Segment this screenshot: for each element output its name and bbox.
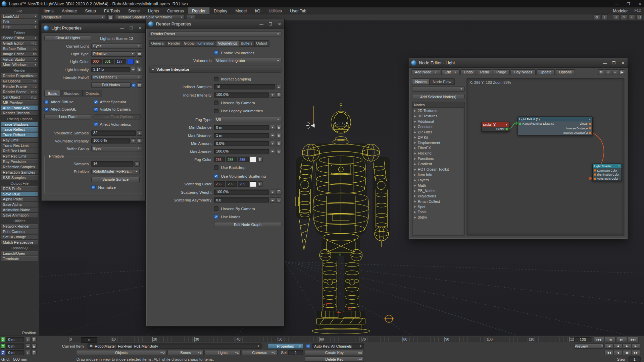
restore-button[interactable]: ❐ [268, 21, 273, 26]
zoom-icon[interactable]: ⌕ [612, 69, 618, 75]
wrench-icon[interactable]: ⚙ [598, 69, 604, 75]
gear-icon[interactable]: ⚙ [594, 14, 600, 20]
envelope-button[interactable]: E [276, 133, 281, 138]
envelope-button[interactable]: E [31, 337, 37, 342]
indirect-samples-field[interactable]: 16 [214, 84, 275, 89]
envelope-button[interactable]: E [31, 350, 37, 355]
rotate-view-icon[interactable]: ⟳ [621, 14, 627, 20]
checkbox-use-nodes[interactable]: ✓ [214, 214, 218, 219]
color-value-blue[interactable]: 127 [115, 59, 126, 64]
checkbox-affect-opengl[interactable]: ✓ [44, 107, 49, 111]
app-restore-button[interactable]: ❐ [623, 0, 634, 7]
input-socket[interactable] [519, 123, 521, 125]
intensity-falloff-dropdown[interactable]: Inv Distance^2▼ [91, 74, 142, 80]
zoom-view-icon[interactable]: ⌕ [629, 14, 635, 20]
light-type-dropdown[interactable]: Primitive▼ [91, 51, 136, 56]
node-category-rman-collect[interactable]: ▶Rman Collect [412, 198, 464, 204]
node-category-dp-kit[interactable]: ▶DP Kit [412, 134, 464, 140]
mini-slider[interactable]: ◂▸ [137, 130, 142, 136]
close-button[interactable]: ✕ [138, 25, 143, 30]
input-socket[interactable] [594, 177, 596, 179]
node-category-flocking[interactable]: ▶Flocking [412, 150, 464, 156]
node-category-hot-ocean-toolkit[interactable]: ▶HOT Ocean Toolkit [412, 167, 464, 172]
color-value-green[interactable]: 031 [103, 59, 114, 64]
collapse-panel-icon[interactable]: ▶ [619, 69, 625, 75]
checkbox-affect-diffuse[interactable]: ✓ [44, 100, 49, 104]
view-type-dropdown[interactable]: Perspective ▼ [40, 15, 106, 20]
transport-button-0[interactable]: |◀◀ [593, 337, 604, 342]
node-category-displacement[interactable]: ▶Displacement [412, 140, 464, 145]
render-tab-general[interactable]: General [149, 40, 166, 47]
node-category-2d-textures[interactable]: ▶2D Textures [412, 108, 464, 113]
output-socket[interactable] [589, 132, 591, 134]
sidebar-item-surface-editor[interactable]: Surface EditorF5 [1, 46, 38, 51]
menu-cameras[interactable]: Cameras [163, 7, 188, 14]
lights-mode-button[interactable]: Lights+L [205, 350, 241, 355]
transport-button-0[interactable]: |◀ [605, 343, 613, 349]
position-x-field[interactable]: 0 m [6, 337, 24, 342]
update-button[interactable]: Update [536, 69, 555, 75]
restore-button[interactable]: ❐ [611, 61, 616, 65]
section-header-volume-integrator[interactable]: ⌄Volume Integrator [149, 66, 281, 73]
sidebar-item-render-scene[interactable]: Render SceneF10 [1, 89, 38, 95]
current-item-dropdown[interactable]: ▦ RobotMaster_ForRyan_F01:MainBody ▼ [88, 343, 262, 349]
node-category-fiberfx[interactable]: ▶FiberFX [412, 145, 464, 150]
transport-button-3[interactable]: ▶▶| [628, 337, 639, 342]
color-value-green[interactable]: 255 [226, 181, 237, 187]
modeler-button[interactable]: Modeler [613, 8, 628, 13]
mini-slider[interactable]: ◂▸ [134, 161, 140, 166]
edit-nodes-button[interactable]: Edit Nodes [91, 82, 131, 87]
mini-slider[interactable]: ◂▸ [25, 350, 31, 355]
node-light-shader[interactable]: Light Shader ▼ Luminaire Color Illuminat… [592, 164, 622, 181]
envelope-button[interactable]: E [276, 149, 281, 154]
sidebar-item-ray-precision[interactable]: Ray Precision [1, 159, 38, 164]
transport-button-0[interactable]: ◀◀ [605, 350, 613, 355]
viewport-layout-icon[interactable]: ▦ [107, 14, 114, 20]
sidebar-item-save-alpha[interactable]: Save Alpha [1, 202, 38, 207]
menu-display[interactable]: Display [210, 7, 232, 14]
transport-button-3[interactable]: ▶▶ [632, 350, 640, 355]
menu-scene[interactable]: Scene [124, 7, 144, 14]
fog-type-dropdown[interactable]: Off▼ [214, 117, 282, 122]
node-category-gradient[interactable]: ▶Gradient [412, 161, 464, 167]
close-button[interactable]: ✕ [620, 61, 626, 65]
mini-slider[interactable]: ◂▸ [131, 138, 136, 143]
light-tab-objects[interactable]: Objects [82, 90, 102, 97]
clipboard-icon[interactable]: ▤ [137, 51, 142, 56]
pan-view-icon[interactable]: ✛ [613, 14, 620, 20]
options-button[interactable]: Options [556, 69, 575, 75]
color-value-red[interactable]: 000 [91, 59, 102, 64]
mini-slider[interactable]: ◂▸ [270, 197, 275, 203]
sidebar-item-graph-editor[interactable]: Graph Editor^F2 [1, 41, 38, 46]
sidebar-item-alpha-prefix[interactable]: Alpha Prefix [1, 197, 38, 202]
envelope-button[interactable]: E [137, 67, 142, 72]
color-value-red[interactable]: 255 [214, 181, 225, 187]
transport-button-1[interactable]: ◀ [614, 350, 623, 355]
menu-render[interactable]: Render [188, 7, 210, 14]
mini-slider[interactable]: ◂▸ [270, 125, 275, 130]
color-swatch[interactable] [127, 59, 134, 64]
light-properties-titlebar[interactable]: Light Properties — ❐ ✕ [42, 23, 145, 33]
menu-utilities[interactable]: Utilities [264, 7, 286, 14]
mini-slider[interactable]: ◂▸ [25, 337, 31, 342]
sidebar-item-load-add[interactable]: Load/Add▼ [1, 14, 38, 19]
checkbox[interactable]: ✓ [132, 83, 136, 87]
envelope-button[interactable]: E [276, 125, 281, 130]
color-swatch[interactable] [250, 157, 257, 162]
node-category-additional[interactable]: ▶Additional [412, 119, 464, 124]
sidebar-item-virtual-studio[interactable]: Virtual Studio▼ [1, 57, 38, 62]
end-frame-field[interactable]: 120 [574, 337, 591, 342]
menu-animate[interactable]: Animate [58, 7, 81, 14]
max-distance-field[interactable]: 1 m [214, 133, 269, 138]
scattering-asymmetry-field[interactable]: 0.0 [214, 197, 269, 203]
sidebar-item-refraction-samples[interactable]: Refraction Samples [1, 170, 38, 175]
maximize-view-icon[interactable]: ❒ [636, 14, 643, 20]
node-category-layers[interactable]: ▶Layers [412, 177, 464, 183]
sidebar-item-mb-preview[interactable]: MB Preview [1, 100, 38, 105]
sidebar-item-launch-open[interactable]: Launch/Open [1, 251, 38, 256]
transport-button-2[interactable]: ▶ [623, 343, 631, 349]
volumetric-dropdown[interactable]: Volume Integrator▼ [214, 58, 282, 63]
transport-button-2[interactable]: ▶| [616, 337, 627, 342]
node-editor-tab-node-flow[interactable]: Node Flow [430, 78, 455, 85]
node-category-constant[interactable]: ▶Constant [412, 124, 464, 129]
